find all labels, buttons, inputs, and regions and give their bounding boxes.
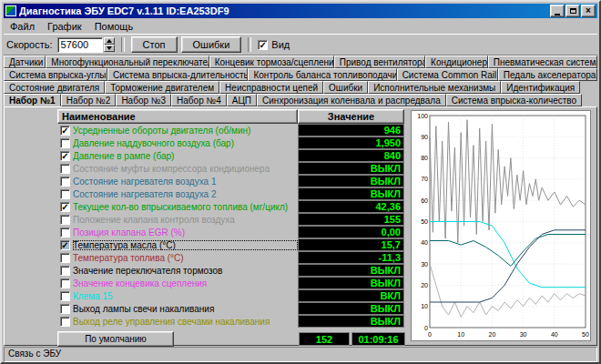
table-row[interactable]: Температура топлива (°C)-11,3 [57,251,405,264]
table-row[interactable]: Положение клапана контроля воздуха155 [57,213,405,226]
tab[interactable]: Синхронизация коленвала и распредвала [257,94,446,106]
row-checkbox[interactable] [57,253,73,263]
tab[interactable]: Привод вентилятора [334,56,425,68]
table-row[interactable]: Значение переключателя тормозовВЫКЛ [57,264,405,277]
checkbox-checked-icon: ✓ [60,126,70,136]
table-row[interactable]: Состояние муфты компрессора кондиционера… [57,162,405,175]
row-checkbox[interactable] [57,304,73,314]
row-checkbox[interactable]: ✓ [57,202,73,212]
arrow-up-icon [107,39,112,43]
checkbox-unchecked-icon [60,266,70,276]
default-button[interactable]: По умолчанию [57,331,174,347]
table-row[interactable]: Выход лампы свечи накаливанияВЫКЛ [57,302,405,315]
tab[interactable]: Многофункциональный переключатель [46,56,209,68]
minimize-button[interactable] [550,5,565,17]
row-label: Состояние нагревателя воздуха 2 [73,189,298,199]
close-button[interactable]: × [581,5,596,17]
table-row[interactable]: Состояние нагревателя воздуха 1ВЫКЛ [57,175,405,187]
tab[interactable]: Система впрыска-углы [4,68,107,81]
window-title: Диагностика ЭБУ EDC7 v.1.11 ID:EA253DF9 [19,5,547,16]
menu-item-0[interactable]: Файл [4,20,41,33]
svg-text:40: 40 [421,239,428,246]
row-checkbox[interactable] [57,189,73,199]
table-row[interactable]: Давление наддувочного воздуха (бар)1,950 [57,136,405,149]
speed-input[interactable]: 57600 [57,37,115,53]
tab[interactable]: АЦП [227,94,257,106]
checkbox-checked-icon: ✓ [60,151,70,161]
tab[interactable]: Торможение двигателем [105,81,219,94]
checkbox-unchecked-icon [60,291,70,301]
table-row[interactable]: Состояние нагревателя воздуха 2ВЫКЛ [57,187,405,200]
table-row[interactable]: ✓Усредненные обороты двигателя (об/мин)9… [57,124,405,136]
tab-row-4: Набор №1Набор №2Набор №3Набор №4АЦПСинхр… [4,94,597,106]
tab[interactable]: Система Common Rail [397,68,498,81]
table-row[interactable]: ✓Температура масла (°C)15,7 [57,238,405,251]
row-checkbox[interactable]: ✓ [57,151,73,161]
chart-plot: 010203040506070809010001020304050 [412,111,590,340]
menu-item-2[interactable]: Помощь [88,20,140,33]
row-checkbox[interactable]: ✓ [57,240,73,250]
row-checkbox[interactable] [57,177,73,187]
tab[interactable]: Контроль баланса топливоподачи [248,68,396,81]
table-row[interactable]: ✓Давление в рампе (бар)840 [57,149,405,162]
row-label: Состояние муфты компрессора кондиционера [73,164,298,174]
view-checkbox[interactable]: ✓ [258,40,268,50]
row-checkbox[interactable] [57,138,73,148]
svg-text:90: 90 [421,134,428,140]
tab[interactable]: Педаль акселератора [498,68,597,81]
row-checkbox[interactable] [57,317,73,327]
row-checkbox[interactable] [57,266,73,276]
tab[interactable]: Состояние двигателя [4,81,105,94]
tab[interactable]: Набор №2 [61,94,117,106]
table-row[interactable]: Выход реле управления свечами накаливани… [57,315,405,328]
row-label: Клема 15 [73,291,298,301]
checkbox-unchecked-icon [60,164,70,174]
row-checkbox[interactable]: ✓ [57,126,73,136]
stop-button[interactable]: Стоп [131,36,178,53]
checkbox-unchecked-icon [60,253,70,263]
table-row[interactable]: Значение концевика сцепленияВЫКЛ [57,277,405,289]
checkbox-unchecked-icon [60,228,70,238]
col-header-value: Значение [298,109,404,124]
tab[interactable]: Кондиционер [425,56,488,68]
row-checkbox[interactable] [57,228,73,238]
row-label: Состояние нагревателя воздуха 1 [73,177,298,187]
tab[interactable]: Набор №1 [4,94,61,106]
row-checkbox[interactable] [57,278,73,288]
row-checkbox[interactable] [57,164,73,174]
tab[interactable]: Ошибки [323,81,368,94]
session-timer: 01:09:16 [351,332,405,346]
tab[interactable]: Система впрыска-длительность [107,68,249,81]
speed-spinner [104,37,115,52]
row-checkbox[interactable] [57,291,73,301]
svg-text:100: 100 [417,113,428,119]
maximize-button[interactable] [565,5,580,17]
tab[interactable]: Система впрыска-количество [446,94,582,106]
checkbox-unchecked-icon [60,177,70,187]
row-label: Температура масла (°C) [73,240,298,250]
speed-value[interactable]: 57600 [57,37,103,53]
table-row[interactable]: Клема 15ВКЛ [57,289,405,302]
speed-down-button[interactable] [104,45,115,52]
row-value: ВЫКЛ [298,315,404,328]
tab[interactable]: Датчики [4,56,46,68]
svg-text:40: 40 [551,331,558,338]
svg-text:50: 50 [582,331,589,338]
table-row[interactable]: ✓Текущее кол-во впрыскиваемого топлива (… [57,200,405,213]
tab[interactable]: Пневматическая система [488,56,597,68]
toolbar-separator [121,37,125,52]
tab[interactable]: Набор №4 [171,94,227,106]
speed-up-button[interactable] [104,37,115,45]
tab[interactable]: Набор №3 [116,94,171,106]
row-value: 0,00 [298,226,404,238]
errors-button[interactable]: Ошибки [181,36,242,53]
checkbox-unchecked-icon [60,317,70,327]
row-checkbox[interactable] [57,215,73,225]
tab[interactable]: Концевик тормоза/сцепления [209,56,334,68]
table-row[interactable]: Позиция клапана EGR (%)0,00 [57,226,405,238]
tab[interactable]: Идентификация [501,81,580,94]
tab[interactable]: Исполнительные механизмы [368,81,501,94]
menu-item-1[interactable]: График [41,20,88,33]
row-value: ВЫКЛ [298,187,404,200]
tab[interactable]: Неисправности цепей [219,81,323,94]
